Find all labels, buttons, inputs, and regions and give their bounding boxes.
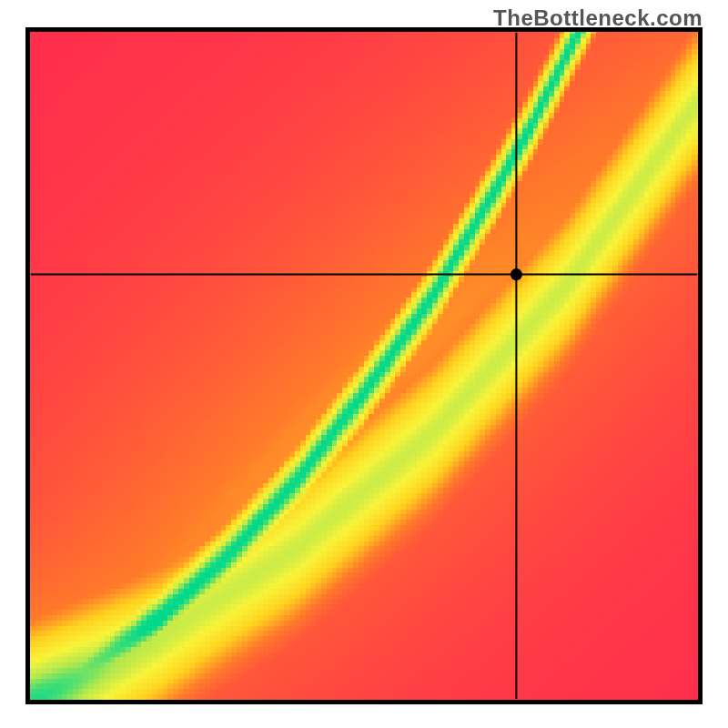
heatmap-canvas (25, 27, 703, 704)
chart-container: TheBottleneck.com (0, 0, 728, 728)
plot-area (25, 27, 703, 704)
watermark-text: TheBottleneck.com (493, 5, 703, 31)
